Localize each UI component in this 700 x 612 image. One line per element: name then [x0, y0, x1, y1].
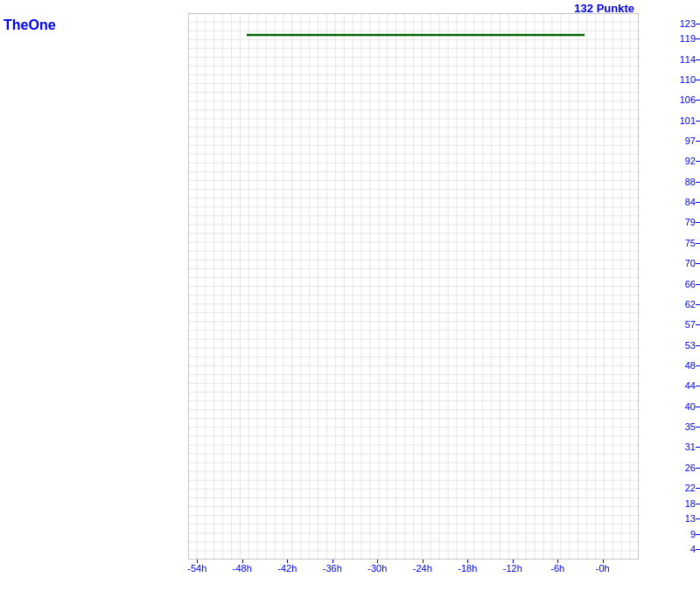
y-axis-label: 31 [685, 442, 696, 452]
chart-canvas [188, 13, 639, 560]
y-axis-label: 44 [685, 380, 696, 391]
y-axis-label: 84 [685, 197, 696, 207]
y-axis-label: 70 [685, 258, 696, 268]
y-axis-label: 66 [685, 279, 696, 289]
y-axis-label: 13 [685, 513, 696, 524]
y-axis-label: 26 [685, 462, 696, 473]
x-axis-label: -48h [233, 563, 252, 574]
y-axis-label: 57 [685, 319, 696, 330]
y-axis-label: 119 [680, 33, 696, 44]
y-axis-label: 79 [685, 217, 696, 227]
x-axis-label: -18h [458, 563, 477, 574]
x-axis: -54h-48h-42h-36h-30h-24h-18h-12h-6h-0h [188, 560, 639, 612]
y-axis-label: 101 [680, 115, 696, 126]
y-axis-label: 92 [685, 156, 696, 166]
x-axis-label: -36h [323, 563, 342, 574]
y-axis: 1231191141101061019792888479757066625753… [639, 13, 700, 560]
player-name-label: TheOne [4, 17, 56, 33]
x-axis-label: -54h [187, 563, 206, 574]
x-axis-label: -6h [550, 563, 564, 574]
y-axis-label: 62 [685, 299, 696, 309]
y-axis-label: 53 [685, 340, 696, 351]
y-axis-label: 97 [685, 136, 696, 146]
y-axis-label: 40 [685, 401, 696, 412]
x-axis-label: -42h [277, 563, 297, 574]
x-axis-label: -0h [596, 563, 610, 574]
y-axis-label: 75 [685, 238, 696, 248]
x-axis-label: -12h [503, 563, 522, 574]
y-axis-label: 22 [685, 483, 696, 493]
y-axis-label: 48 [685, 360, 696, 371]
y-axis-label: 88 [685, 177, 696, 187]
y-axis-label: 110 [680, 74, 696, 85]
y-axis-label: 18 [685, 498, 696, 509]
y-axis-label: 123 [680, 18, 696, 29]
x-axis-label: -24h [413, 563, 432, 574]
y-axis-label: 114 [680, 54, 696, 65]
y-axis-label: 35 [685, 421, 696, 432]
x-axis-label: -30h [368, 563, 387, 574]
y-axis-label: 106 [680, 94, 696, 105]
